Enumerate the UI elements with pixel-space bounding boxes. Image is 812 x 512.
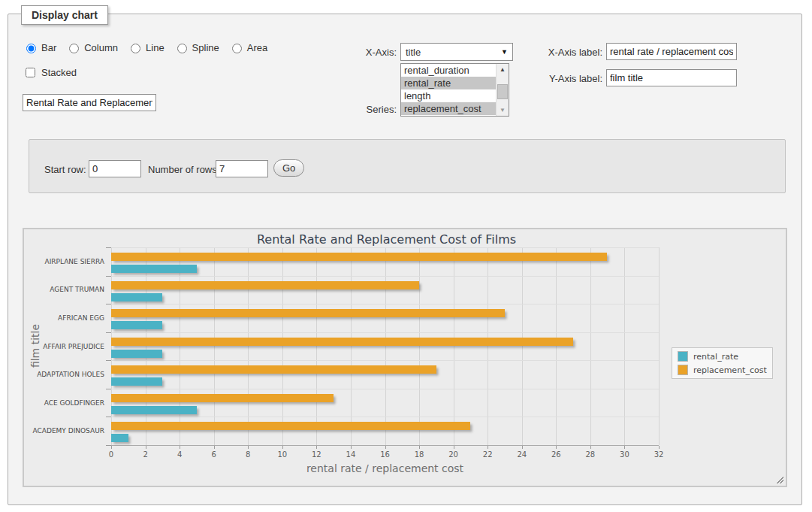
gridline-vertical (111, 247, 112, 445)
legend-swatch-rental_rate (678, 351, 688, 362)
x-axis-tick (351, 446, 352, 449)
chart-type-label: Bar (41, 42, 56, 53)
legend-label: rental_rate (693, 352, 738, 362)
chart-title-input[interactable] (23, 94, 156, 111)
x-tick-label: 0 (96, 450, 126, 459)
gridline-vertical (454, 247, 454, 445)
x-axis-tick (316, 446, 317, 449)
y-axis-title: film title (29, 278, 41, 414)
x-tick-label: 14 (336, 450, 366, 459)
gridline-vertical (522, 247, 523, 445)
x-tick-label: 32 (644, 450, 674, 459)
scroll-up-icon[interactable]: ▲ (497, 64, 509, 75)
series-option-rental_rate[interactable]: rental_rate (401, 77, 497, 89)
gridline-vertical (214, 247, 215, 445)
bar-replacement_cost (111, 338, 573, 346)
x-tick-label: 24 (507, 450, 537, 459)
start-row-input[interactable] (89, 160, 141, 177)
y-axis-tick (106, 389, 111, 389)
x-tick-label: 2 (131, 450, 161, 459)
series-option-replacement_cost[interactable]: replacement_cost (401, 102, 497, 115)
scroll-down-icon[interactable]: ▼ (497, 105, 509, 116)
chevron-down-icon: ▼ (501, 48, 508, 56)
bar-replacement_cost (111, 281, 419, 289)
x-axis-tick (111, 446, 112, 449)
rows-panel: Start row: Number of rows: Go (29, 139, 786, 193)
chart-legend: rental_ratereplacement_cost (672, 347, 773, 379)
y-axis-tick (106, 247, 111, 248)
x-tick-label: 12 (301, 450, 331, 459)
x-tick-label: 20 (439, 450, 469, 459)
x-axis-tick (180, 446, 180, 449)
gridline-horizontal (111, 389, 659, 389)
gridline-vertical (659, 247, 660, 445)
x-tick-label: 22 (472, 450, 503, 459)
resize-handle-icon[interactable] (775, 475, 783, 483)
page: Display chart BarColumnLineSplineArea St… (0, 0, 812, 512)
bar-rental_rate (111, 265, 197, 273)
y-axis-tick (106, 304, 111, 304)
gridline-horizontal (111, 360, 659, 361)
x-axis-label-input[interactable] (606, 43, 737, 60)
scrollbar-thumb[interactable] (497, 84, 508, 99)
x-axis-select[interactable]: title ▼ (400, 43, 513, 61)
bar-replacement_cost (111, 253, 607, 261)
chart-type-radio-bar[interactable] (26, 44, 36, 53)
go-button[interactable]: Go (273, 159, 304, 177)
x-axis-tick (419, 446, 420, 449)
gridline-vertical (146, 247, 146, 445)
x-axis-tick (146, 446, 146, 449)
x-axis-tick (624, 446, 625, 449)
chart-type-radio-area[interactable] (232, 44, 242, 53)
number-of-rows-input[interactable] (216, 160, 268, 177)
listbox-scrollbar: ▲ ▼ (496, 64, 509, 116)
gridline-vertical (351, 247, 352, 445)
gridline-vertical (385, 247, 386, 445)
gridline-vertical (316, 247, 317, 445)
chart-type-label: Column (84, 42, 118, 53)
y-axis-tick (106, 332, 111, 333)
x-axis-tick (488, 446, 488, 449)
y-axis-label-label: Y-Axis label: (526, 73, 602, 84)
legend-item: rental_rate (678, 351, 767, 362)
gridline-horizontal (111, 247, 659, 248)
chart-type-radio-group: BarColumnLineSplineArea (23, 41, 267, 53)
x-axis-select-label: X-Axis: (323, 47, 397, 58)
chart-container: Rental Rate and Replacement Cost of Film… (23, 228, 787, 487)
series-option-rental_duration[interactable]: rental_duration (401, 64, 497, 77)
stacked-checkbox[interactable] (26, 68, 35, 77)
y-axis-label-input[interactable] (606, 69, 737, 86)
legend-swatch-replacement_cost (678, 365, 688, 375)
x-tick-label: 10 (267, 450, 297, 459)
category-label: AIRPLANE SIERRA (24, 257, 104, 266)
bar-rental_rate (111, 406, 197, 414)
x-axis-title: rental rate / replacement cost (111, 462, 659, 474)
x-axis-tick (454, 446, 454, 449)
y-axis-tick (106, 445, 111, 446)
chart-type-label: Line (146, 42, 165, 53)
series-option-length[interactable]: length (401, 89, 497, 102)
bar-rental_rate (111, 350, 162, 358)
x-tick-label: 6 (199, 450, 229, 459)
bar-replacement_cost (111, 394, 334, 402)
gridline-vertical (180, 247, 180, 445)
x-tick-label: 4 (165, 450, 195, 459)
x-axis-tick (214, 446, 215, 449)
bar-rental_rate (111, 377, 162, 386)
chart-type-label: Spline (192, 42, 219, 53)
gridline-horizontal (111, 304, 659, 304)
chart-type-label: Area (247, 42, 267, 53)
bar-replacement_cost (111, 309, 505, 317)
series-listbox[interactable]: ▲ ▼ rental_durationrental_ratelengthrepl… (400, 63, 509, 117)
x-axis-tick (282, 446, 283, 449)
gridline-vertical (624, 247, 625, 445)
bar-rental_rate (111, 321, 162, 329)
chart-type-radio-line[interactable] (131, 44, 140, 53)
chart-type-option-area: Area (228, 41, 267, 53)
chart-type-radio-spline[interactable] (177, 44, 187, 53)
gridline-vertical (488, 247, 488, 445)
series-select-label: Series: (323, 104, 397, 115)
x-tick-label: 28 (575, 450, 605, 459)
x-tick-label: 30 (609, 450, 639, 459)
chart-type-radio-column[interactable] (69, 44, 79, 53)
